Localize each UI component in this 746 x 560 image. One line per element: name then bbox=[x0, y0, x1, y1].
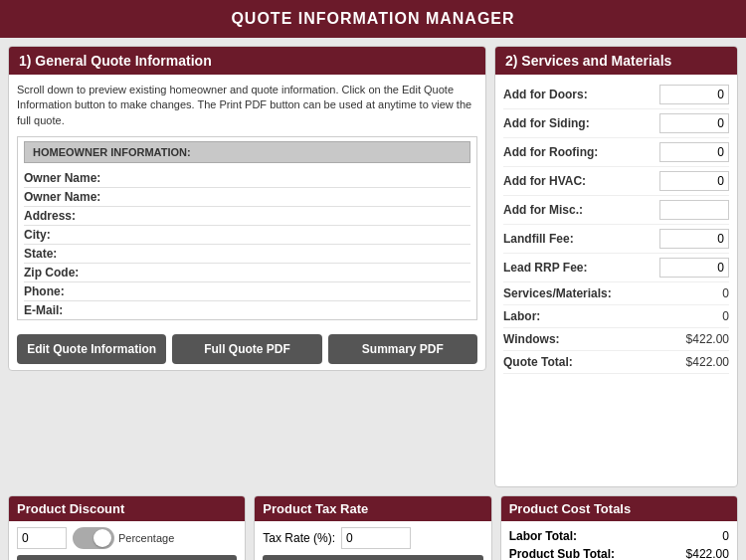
address-field: Address: bbox=[24, 207, 470, 226]
product-discount-panel: Product Discount Percentage Apply Discou… bbox=[8, 495, 246, 560]
general-quote-body: Scroll down to preview existing homeowne… bbox=[9, 75, 485, 328]
app-header: QUOTE INFORMATION MANAGER bbox=[0, 0, 746, 38]
right-panel: 2) Services and Materials Add for Doors:… bbox=[494, 46, 738, 487]
phone-field: Phone: bbox=[24, 282, 470, 301]
service-lead-rrp: Lead RRP Fee: bbox=[503, 254, 729, 282]
labor-total-row: Labor Total: 0 bbox=[509, 527, 729, 545]
action-buttons: Edit Quote Information Full Quote PDF Su… bbox=[9, 328, 485, 370]
main-content: 1) General Quote Information Scroll down… bbox=[0, 38, 746, 495]
bottom-section: Product Discount Percentage Apply Discou… bbox=[0, 495, 746, 560]
roofing-input[interactable] bbox=[659, 142, 729, 162]
city-field: City: bbox=[24, 226, 470, 245]
service-misc: Add for Misc.: bbox=[503, 196, 729, 225]
cost-totals-header: Product Cost Totals bbox=[501, 496, 737, 521]
discount-row: Percentage bbox=[17, 527, 237, 549]
apply-tax-button[interactable]: Apply Tax Rate bbox=[263, 555, 482, 560]
zip-field: Zip Code: bbox=[24, 264, 470, 282]
tax-rate-label: Tax Rate (%): bbox=[263, 531, 335, 545]
product-sub-total-row: Product Sub Total: $422.00 bbox=[509, 545, 729, 560]
service-siding: Add for Siding: bbox=[503, 109, 729, 138]
landfill-input[interactable] bbox=[659, 229, 729, 249]
edit-quote-button[interactable]: Edit Quote Information bbox=[17, 334, 166, 364]
left-panel: 1) General Quote Information Scroll down… bbox=[8, 46, 486, 487]
hvac-input[interactable] bbox=[659, 171, 729, 191]
service-doors: Add for Doors: bbox=[503, 81, 729, 109]
owner-name-1: Owner Name: bbox=[24, 169, 470, 188]
tax-rate-row: Tax Rate (%): bbox=[263, 527, 482, 549]
full-quote-pdf-button[interactable]: Full Quote PDF bbox=[172, 334, 321, 364]
description-text: Scroll down to preview existing homeowne… bbox=[17, 83, 477, 128]
general-quote-header: 1) General Quote Information bbox=[9, 47, 485, 75]
tax-rate-input[interactable] bbox=[341, 527, 411, 549]
cost-totals-body: Labor Total: 0 Product Sub Total: $422.0… bbox=[501, 521, 737, 560]
discount-body: Percentage Apply Discount bbox=[9, 521, 245, 560]
tax-header: Product Tax Rate bbox=[255, 496, 490, 521]
service-windows: Windows: $422.00 bbox=[503, 328, 729, 351]
state-field: State: bbox=[24, 245, 470, 264]
service-landfill: Landfill Fee: bbox=[503, 225, 729, 254]
services-section: 2) Services and Materials Add for Doors:… bbox=[494, 46, 738, 487]
service-hvac: Add for HVAC: bbox=[503, 167, 729, 196]
misc-input[interactable] bbox=[659, 200, 729, 220]
service-roofing: Add for Roofing: bbox=[503, 138, 729, 167]
header-title: QUOTE INFORMATION MANAGER bbox=[231, 10, 514, 27]
email-field: E-Mail: bbox=[24, 301, 470, 320]
percentage-toggle-container: Percentage bbox=[73, 527, 174, 549]
siding-input[interactable] bbox=[659, 113, 729, 133]
summary-pdf-button[interactable]: Summary PDF bbox=[328, 334, 477, 364]
service-quote-total: Quote Total: $422.00 bbox=[503, 351, 729, 374]
services-body: Add for Doors: Add for Siding: Add for R… bbox=[495, 75, 737, 380]
toggle-knob bbox=[93, 529, 111, 547]
doors-input[interactable] bbox=[659, 85, 729, 104]
owner-name-2: Owner Name: bbox=[24, 188, 470, 207]
percentage-toggle[interactable] bbox=[73, 527, 114, 549]
service-labor: Labor: 0 bbox=[503, 305, 729, 328]
service-materials-total: Services/Materials: 0 bbox=[503, 282, 729, 305]
product-tax-panel: Product Tax Rate Tax Rate (%): Apply Tax… bbox=[254, 495, 491, 560]
discount-input[interactable] bbox=[17, 527, 67, 549]
tax-body: Tax Rate (%): Apply Tax Rate bbox=[255, 521, 490, 560]
lead-rrp-input[interactable] bbox=[659, 258, 729, 278]
cost-totals-panel: Product Cost Totals Labor Total: 0 Produ… bbox=[500, 495, 738, 560]
apply-discount-button[interactable]: Apply Discount bbox=[17, 555, 237, 560]
toggle-label: Percentage bbox=[118, 532, 174, 544]
homeowner-subheader: HOMEOWNER INFORMATION: bbox=[24, 141, 470, 163]
general-quote-section: 1) General Quote Information Scroll down… bbox=[8, 46, 486, 371]
discount-header: Product Discount bbox=[9, 496, 245, 521]
services-header: 2) Services and Materials bbox=[495, 47, 737, 75]
homeowner-info-area: HOMEOWNER INFORMATION: Owner Name: Owner… bbox=[17, 136, 477, 320]
